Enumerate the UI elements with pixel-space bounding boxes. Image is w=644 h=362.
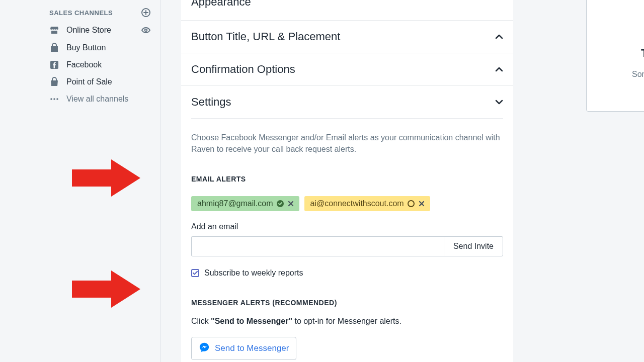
sidebar-item-label: Point of Sale — [66, 77, 112, 86]
add-channel-icon[interactable] — [140, 7, 151, 18]
messenger-instr-post: to opt-in for Messenger alerts. — [292, 317, 401, 325]
add-email-row: Send Invite — [191, 236, 503, 256]
chevron-down-icon — [495, 98, 503, 107]
sidebar-item-label: View all channels — [66, 95, 128, 104]
view-icon[interactable] — [140, 25, 151, 36]
sidebar-item-facebook[interactable]: Facebook — [40, 56, 160, 73]
facebook-icon — [49, 60, 59, 70]
email-alerts-heading: EMAIL ALERTS — [191, 175, 503, 183]
store-icon — [49, 25, 59, 35]
sidebar-item-point-of-sale[interactable]: Point of Sale — [40, 73, 160, 90]
side-panel-title: T — [641, 47, 644, 60]
messenger-alerts-heading: MESSENGER ALERTS (RECOMMENDED) — [191, 299, 503, 307]
sidebar-item-buy-button[interactable]: Buy Button — [40, 39, 160, 56]
subscribe-checkbox[interactable] — [191, 269, 199, 277]
accordion-title: Confirmation Options — [191, 63, 295, 76]
annotation-arrow — [72, 270, 140, 308]
verified-badge-icon — [276, 200, 284, 208]
add-email-input[interactable] — [191, 236, 444, 256]
sidebar-view-all-channels[interactable]: View all channels — [40, 90, 160, 108]
accordion-appearance[interactable]: Appearance — [181, 0, 513, 21]
send-to-messenger-label: Send to Messenger — [215, 343, 289, 353]
sidebar-item-label: Facebook — [66, 60, 102, 69]
settings-description: Choose Facebook Messenger and/or Email a… — [191, 119, 503, 155]
accordion-settings[interactable]: Settings — [181, 86, 513, 118]
accordion-confirmation-options[interactable]: Confirmation Options — [181, 53, 513, 86]
messenger-instruction: Click "Send to Messenger" to opt-in for … — [191, 317, 503, 326]
email-chip-pending: ai@connectwithscout.com — [304, 196, 430, 211]
subscribe-row: Subscribe to weekly reports — [191, 268, 503, 278]
send-invite-button[interactable]: Send Invite — [444, 236, 503, 256]
pos-icon — [49, 77, 59, 87]
sidebar-item-label: Online Store — [66, 26, 111, 35]
sidebar-section-header: SALES CHANNELS — [40, 4, 160, 21]
messenger-instr-bold: "Send to Messenger" — [211, 317, 292, 325]
settings-card: Appearance Button Title, URL & Placement… — [181, 0, 513, 362]
messenger-instr-pre: Click — [191, 317, 211, 325]
side-panel-subtitle: Som — [632, 70, 644, 79]
messenger-icon — [199, 342, 210, 355]
svg-point-1 — [145, 29, 147, 31]
sidebar-item-label: Buy Button — [66, 43, 106, 52]
accordion-title: Button Title, URL & Placement — [191, 30, 340, 43]
chip-email: ahmiq87@gmail.com — [197, 199, 273, 208]
side-panel-partial: T Som — [586, 0, 644, 112]
pending-badge-icon — [407, 200, 415, 208]
svg-point-3 — [50, 98, 52, 100]
remove-chip-icon[interactable] — [418, 200, 425, 207]
svg-point-7 — [408, 201, 414, 207]
subscribe-label: Subscribe to weekly reports — [204, 268, 303, 278]
svg-point-5 — [56, 98, 58, 100]
email-chip-list: ahmiq87@gmail.com ai@connectwithscout.co… — [191, 196, 503, 211]
sidebar-heading: SALES CHANNELS — [49, 9, 113, 17]
chevron-up-icon — [495, 32, 503, 41]
chevron-up-icon — [495, 65, 503, 74]
remove-chip-icon[interactable] — [287, 200, 294, 207]
sidebar-item-online-store[interactable]: Online Store — [40, 21, 160, 39]
svg-point-4 — [53, 98, 55, 100]
email-chip-verified: ahmiq87@gmail.com — [191, 196, 299, 211]
chip-email: ai@connectwithscout.com — [310, 199, 404, 208]
settings-body: Choose Facebook Messenger and/or Email a… — [181, 119, 513, 362]
more-icon — [49, 94, 59, 104]
add-email-label: Add an email — [191, 222, 503, 231]
send-to-messenger-button[interactable]: Send to Messenger — [191, 337, 296, 360]
buy-button-icon — [49, 43, 59, 53]
annotation-arrow — [72, 159, 140, 197]
accordion-title: Appearance — [191, 0, 251, 9]
accordion-title: Settings — [191, 96, 231, 109]
accordion-button-title[interactable]: Button Title, URL & Placement — [181, 21, 513, 53]
